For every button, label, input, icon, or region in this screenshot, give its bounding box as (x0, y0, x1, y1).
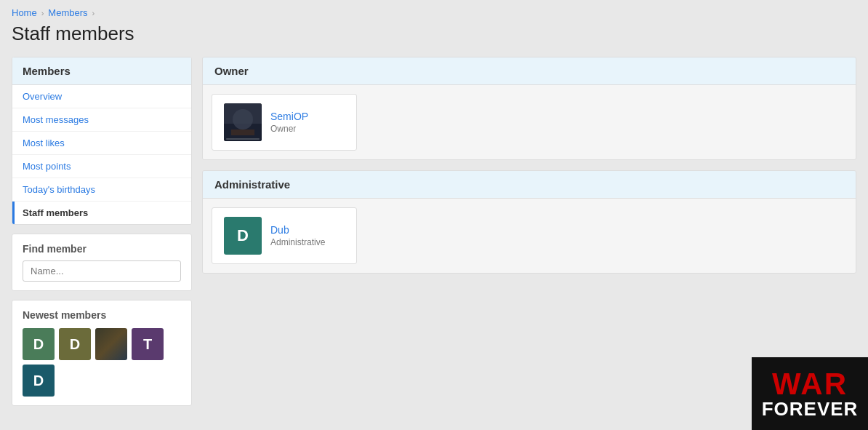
semiop-avatar (224, 103, 262, 141)
newest-members-widget: Newest members D D T D (12, 300, 192, 406)
owner-section: Owner SemiOP Ow (202, 57, 856, 160)
newest-member-avatar-2[interactable]: D (59, 328, 91, 360)
members-nav: Members Overview Most messages Most like… (12, 57, 192, 225)
owner-section-body: SemiOP Owner (203, 85, 856, 159)
breadcrumb-home[interactable]: Home (12, 7, 37, 18)
logo-forever: FOREVER (762, 399, 859, 418)
sidebar-item-staff-members[interactable]: Staff members (12, 202, 191, 224)
svg-point-2 (233, 109, 253, 130)
semiop-role: Owner (270, 124, 345, 134)
dub-role: Administrative (270, 237, 345, 247)
dub-avatar: D (224, 217, 262, 255)
member-card-semiop[interactable]: SemiOP Owner (212, 94, 357, 151)
member-card-dub[interactable]: D Dub Administrative (212, 207, 357, 264)
page-title: Staff members (12, 23, 856, 45)
sidebar-item-most-points[interactable]: Most points (12, 155, 191, 178)
logo-war: WAR (772, 369, 848, 399)
sidebar-item-most-likes[interactable]: Most likes (12, 132, 191, 155)
sidebar-item-overview[interactable]: Overview (12, 85, 191, 108)
breadcrumb-members[interactable]: Members (48, 7, 87, 18)
content-layout: Members Overview Most messages Most like… (12, 57, 856, 406)
newest-member-avatar-3[interactable] (95, 328, 127, 360)
newest-member-avatar-4[interactable]: T (132, 328, 164, 360)
administrative-section-body: D Dub Administrative (203, 199, 856, 273)
semiop-info: SemiOP Owner (270, 111, 345, 134)
administrative-section-header: Administrative (203, 171, 856, 199)
breadcrumb-sep-1: › (41, 9, 44, 17)
owner-section-header: Owner (203, 57, 856, 85)
breadcrumb-sep-2: › (92, 9, 95, 17)
find-member-widget: Find member (12, 234, 192, 291)
sidebar-item-most-messages[interactable]: Most messages (12, 108, 191, 132)
svg-rect-3 (231, 130, 254, 135)
sidebar: Members Overview Most messages Most like… (12, 57, 192, 406)
newest-members-title: Newest members (23, 309, 181, 321)
dub-info: Dub Administrative (270, 224, 345, 247)
breadcrumb: Home › Members › (12, 7, 856, 18)
newest-member-avatar-5[interactable]: D (23, 365, 55, 397)
logo-watermark: WAR FOREVER (752, 357, 868, 430)
find-member-input[interactable] (23, 260, 181, 282)
newest-members-avatars: D D T D (23, 328, 181, 397)
find-member-title: Find member (23, 243, 181, 255)
members-nav-header: Members (12, 57, 191, 85)
administrative-section: Administrative D Dub Administrative (202, 170, 856, 274)
semiop-name: SemiOP (270, 111, 345, 122)
main-content: Owner SemiOP Ow (202, 57, 856, 274)
dub-name: Dub (270, 224, 345, 236)
newest-member-avatar-1[interactable]: D (23, 328, 55, 360)
sidebar-item-todays-birthdays[interactable]: Today's birthdays (12, 178, 191, 202)
